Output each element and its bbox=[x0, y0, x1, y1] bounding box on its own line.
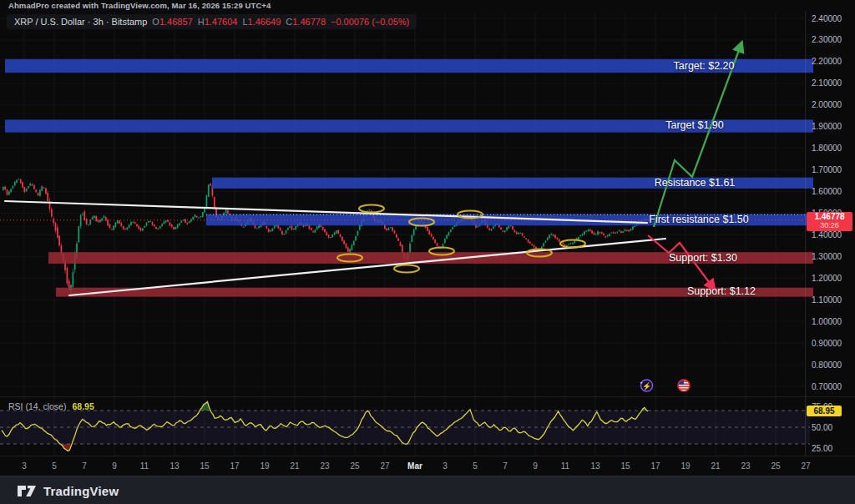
candle bbox=[206, 195, 208, 208]
rsi-legend[interactable]: RSI (14, close)68.95 bbox=[8, 401, 94, 411]
candle bbox=[330, 237, 331, 238]
svg-text:5: 5 bbox=[52, 461, 57, 471]
candle bbox=[43, 187, 45, 188]
high-value: 1.47604 bbox=[205, 17, 238, 27]
time-axis[interactable]: 3579111315171921232527Mar357911131517192… bbox=[22, 461, 811, 471]
candle bbox=[287, 228, 289, 229]
candle bbox=[324, 229, 326, 232]
candle bbox=[549, 235, 550, 239]
change-value: −0.00076 (−0.05%) bbox=[331, 17, 409, 27]
candle bbox=[26, 189, 28, 191]
candle bbox=[564, 244, 566, 245]
candle bbox=[516, 232, 518, 234]
candle bbox=[268, 229, 270, 232]
candle bbox=[55, 223, 57, 231]
symbol-legend[interactable]: XRP / U.S. Dollar · 3h · BitstampO1.4685… bbox=[7, 14, 417, 29]
svg-text:19: 19 bbox=[260, 461, 270, 471]
svg-text:13: 13 bbox=[590, 461, 600, 471]
candle bbox=[57, 227, 58, 237]
svg-text:7: 7 bbox=[82, 461, 87, 471]
candle bbox=[597, 231, 599, 234]
zone-label[interactable]: Resistance $1.61 bbox=[655, 177, 736, 189]
rsi-value: 68.95 bbox=[72, 401, 94, 411]
candle bbox=[547, 238, 549, 240]
candle bbox=[295, 226, 296, 229]
candle bbox=[115, 223, 117, 228]
candle bbox=[529, 242, 531, 244]
us-flag-icon[interactable] bbox=[676, 378, 691, 393]
candle bbox=[503, 230, 504, 231]
candle bbox=[45, 188, 47, 194]
candle bbox=[607, 235, 609, 237]
svg-text:15: 15 bbox=[620, 461, 630, 471]
candle bbox=[309, 225, 311, 229]
rsi-pane[interactable] bbox=[0, 402, 810, 451]
candle bbox=[130, 222, 132, 225]
candle bbox=[588, 229, 589, 231]
symbol-title: XRP / U.S. Dollar · 3h · Bitstamp bbox=[14, 17, 147, 27]
zone-label[interactable]: Target $1.90 bbox=[665, 119, 724, 131]
candle bbox=[331, 234, 333, 237]
candle bbox=[179, 223, 180, 224]
candle bbox=[196, 216, 198, 217]
candles-layer[interactable] bbox=[3, 179, 649, 294]
svg-text:2.40000: 2.40000 bbox=[812, 14, 842, 23]
rsi-value-badge: 68.95 bbox=[807, 406, 842, 416]
zone-label[interactable]: First resistance $1.50 bbox=[649, 214, 749, 225]
candle bbox=[519, 233, 521, 234]
candle bbox=[8, 191, 10, 194]
candle bbox=[584, 231, 585, 234]
candle bbox=[95, 216, 97, 221]
candle bbox=[412, 235, 413, 242]
candle bbox=[149, 221, 151, 222]
svg-text:25: 25 bbox=[771, 461, 781, 471]
candle bbox=[124, 229, 126, 229]
candle bbox=[433, 237, 434, 239]
candle bbox=[591, 230, 593, 233]
candle bbox=[579, 235, 581, 236]
candle bbox=[448, 232, 450, 235]
candle bbox=[632, 226, 634, 229]
tradingview-logo-icon[interactable] bbox=[17, 484, 37, 498]
price-axis[interactable]: 2.400002.300002.200002.100002.000001.900… bbox=[812, 14, 842, 453]
tradingview-wordmark[interactable]: TradingView bbox=[43, 484, 119, 498]
candle bbox=[615, 233, 616, 234]
candle bbox=[428, 230, 430, 234]
close-value: 1.46778 bbox=[292, 17, 326, 27]
candle bbox=[202, 212, 204, 217]
candle bbox=[334, 233, 336, 235]
candle bbox=[603, 234, 605, 235]
candle bbox=[138, 226, 139, 229]
zone-label[interactable]: Target: $2.20 bbox=[674, 60, 735, 72]
zone-label[interactable]: Support: $1.12 bbox=[687, 285, 756, 297]
svg-text:25: 25 bbox=[350, 461, 360, 471]
candle bbox=[119, 220, 120, 223]
candle bbox=[578, 237, 579, 239]
svg-text:1.10000: 1.10000 bbox=[812, 295, 842, 305]
candle bbox=[286, 230, 287, 234]
candle bbox=[214, 197, 215, 208]
candle bbox=[585, 231, 587, 232]
boost-icon[interactable]: ⚡ ✦ bbox=[639, 378, 654, 393]
svg-text:✦: ✦ bbox=[639, 381, 643, 386]
candle bbox=[454, 225, 456, 227]
candle bbox=[32, 184, 33, 185]
high-label: H bbox=[198, 17, 205, 27]
candle bbox=[175, 227, 176, 229]
candle bbox=[626, 230, 628, 231]
candle bbox=[35, 189, 37, 192]
candle bbox=[208, 184, 210, 196]
candle bbox=[390, 227, 392, 228]
candle bbox=[210, 184, 211, 185]
candle bbox=[514, 230, 515, 232]
svg-text:Mar: Mar bbox=[407, 461, 422, 471]
candle bbox=[158, 229, 159, 229]
zone-label[interactable]: Support: $1.30 bbox=[669, 252, 737, 264]
last-price-badge: 1.46778 30:26 bbox=[807, 212, 852, 231]
candle bbox=[386, 229, 387, 230]
candle bbox=[109, 224, 111, 228]
candle bbox=[180, 220, 182, 222]
candle bbox=[337, 230, 339, 234]
candle bbox=[355, 236, 357, 240]
candle bbox=[605, 236, 607, 237]
